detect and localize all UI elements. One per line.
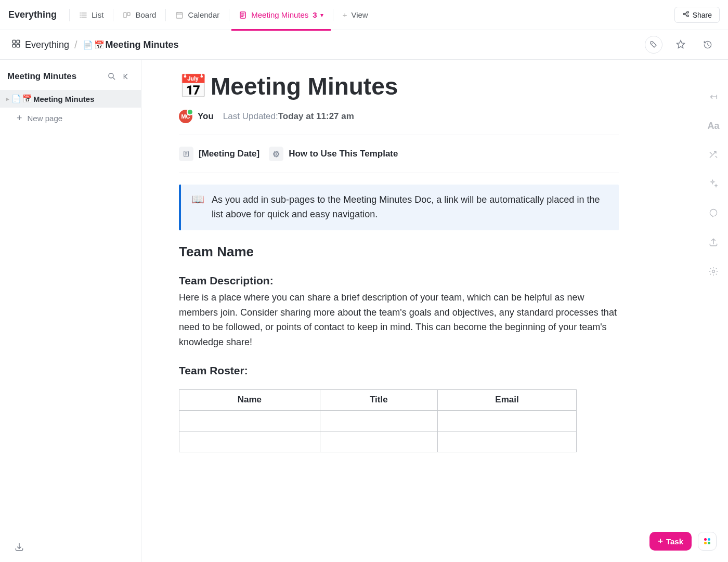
calendar-icon: [175, 11, 184, 19]
caret-right-icon[interactable]: ▸: [6, 96, 9, 102]
comment-icon[interactable]: [707, 206, 720, 220]
svg-rect-1: [127, 12, 130, 16]
apps-fab[interactable]: [698, 532, 717, 551]
svg-rect-0: [124, 12, 126, 18]
cell-name[interactable]: [179, 410, 320, 431]
heading-team-description[interactable]: Team Description:: [179, 275, 619, 287]
divider: [69, 9, 70, 21]
last-updated-label: Last Updated:: [223, 111, 278, 122]
import-button[interactable]: [10, 538, 28, 556]
tab-label: List: [92, 10, 103, 19]
divider: [179, 173, 619, 173]
subpage-label: How to Use This Template: [289, 149, 398, 159]
tab-label: Meeting Minutes: [251, 10, 308, 19]
breadcrumb-doc-title[interactable]: Meeting Minutes: [106, 40, 179, 50]
subpage-label: [Meeting Date]: [199, 149, 259, 159]
tab-label: View: [351, 10, 368, 19]
table-row[interactable]: [179, 431, 577, 452]
favorite-star-button[interactable]: [672, 36, 690, 54]
col-name[interactable]: Name: [179, 389, 320, 410]
history-button[interactable]: [699, 36, 717, 54]
chevron-down-icon[interactable]: ▾: [320, 11, 323, 19]
sidebar-item-meeting-minutes[interactable]: ▸ 📄 📅 Meeting Minutes: [0, 90, 141, 108]
page-title[interactable]: 📅 Meeting Minutes: [179, 72, 619, 100]
breadcrumb-separator: /: [74, 39, 77, 51]
divider: [229, 9, 229, 21]
tab-list[interactable]: List: [72, 0, 111, 30]
settings-gear-icon[interactable]: [707, 265, 720, 278]
share-label: Share: [693, 11, 712, 19]
svg-point-12: [109, 73, 113, 78]
share-button[interactable]: Share: [674, 7, 720, 23]
workspace-title[interactable]: Everything: [8, 9, 57, 20]
svg-rect-8: [17, 40, 20, 43]
author-name[interactable]: You: [198, 111, 214, 122]
roster-table[interactable]: Name Title Email: [179, 389, 577, 452]
svg-point-14: [710, 210, 717, 216]
task-label: Task: [666, 537, 683, 546]
subpage-how-to-use[interactable]: ⚙ How to Use This Template: [269, 147, 398, 161]
calendar-emoji-icon: 📅: [94, 40, 105, 50]
svg-point-5: [683, 13, 685, 15]
list-icon: [79, 11, 87, 19]
breadcrumb-bar: Everything / 📄 📅 Meeting Minutes: [0, 30, 728, 59]
calendar-emoji-icon: 📅: [22, 94, 32, 103]
sidebar-item-label: Meeting Minutes: [33, 95, 95, 103]
typography-icon[interactable]: Aa: [707, 119, 720, 133]
col-email[interactable]: Email: [437, 389, 576, 410]
avatar[interactable]: MC: [179, 110, 192, 123]
plus-icon: +: [343, 10, 347, 19]
doc-flag-icon: 📄: [11, 94, 21, 103]
svg-point-4: [686, 11, 688, 14]
back-arrow-icon[interactable]: ↤: [707, 90, 720, 103]
new-page-button[interactable]: + New page: [0, 108, 141, 129]
plus-icon: +: [658, 536, 663, 546]
tag-button[interactable]: [645, 36, 662, 54]
doc-icon: [239, 11, 247, 19]
tab-meeting-minutes[interactable]: Meeting Minutes 3 ▾: [231, 0, 330, 30]
svg-point-11: [652, 43, 653, 44]
add-view-button[interactable]: + View: [335, 0, 375, 30]
table-header-row: Name Title Email: [179, 389, 577, 410]
collapse-sidebar-button[interactable]: [119, 69, 134, 84]
breadcrumb-root[interactable]: Everything: [25, 40, 69, 50]
grid-icon[interactable]: [11, 39, 21, 50]
svg-rect-9: [12, 44, 16, 47]
heading-team-name[interactable]: Team Name: [179, 244, 619, 260]
last-updated-value: Today at 11:27 am: [278, 111, 354, 122]
divider: [113, 9, 113, 21]
svg-point-15: [712, 270, 715, 273]
magic-icon[interactable]: [707, 177, 720, 191]
cell-email[interactable]: [437, 410, 576, 431]
cell-title[interactable]: [320, 431, 437, 452]
subpage-meeting-date[interactable]: [Meeting Date]: [179, 147, 259, 161]
board-icon: [123, 11, 131, 19]
cell-email[interactable]: [437, 431, 576, 452]
share-arrow-icon[interactable]: [707, 236, 720, 249]
doc-sidebar: Meeting Minutes ▸ 📄 📅 Meeting Minutes + …: [0, 60, 141, 562]
plus-icon: +: [17, 113, 22, 124]
sidebar-title: Meeting Minutes: [7, 71, 105, 82]
tab-calendar[interactable]: Calendar: [168, 0, 227, 30]
new-task-fab[interactable]: + Task: [649, 532, 692, 551]
book-icon: 📖: [191, 193, 204, 205]
svg-rect-2: [176, 12, 183, 18]
svg-rect-10: [17, 44, 20, 47]
divider: [179, 135, 619, 135]
col-title[interactable]: Title: [320, 389, 437, 410]
subpage-nav: [Meeting Date] ⚙ How to Use This Templat…: [179, 147, 619, 161]
doc-main: 📅 Meeting Minutes MC You Last Updated: T…: [141, 60, 728, 562]
team-description-body[interactable]: Here is a place where you can share a br…: [179, 290, 619, 350]
svg-rect-7: [12, 40, 16, 43]
heading-team-roster[interactable]: Team Roster:: [179, 364, 619, 377]
ai-sparkle-icon[interactable]: [707, 148, 720, 162]
byline: MC You Last Updated: Today at 11:27 am: [179, 110, 619, 123]
cell-title[interactable]: [320, 410, 437, 431]
svg-point-6: [686, 15, 688, 17]
divider: [165, 9, 166, 21]
search-button[interactable]: [105, 69, 119, 84]
top-navigation: Everything List Board Calendar Meeting M…: [0, 0, 728, 30]
cell-name[interactable]: [179, 431, 320, 452]
table-row[interactable]: [179, 410, 577, 431]
tab-board[interactable]: Board: [115, 0, 163, 30]
